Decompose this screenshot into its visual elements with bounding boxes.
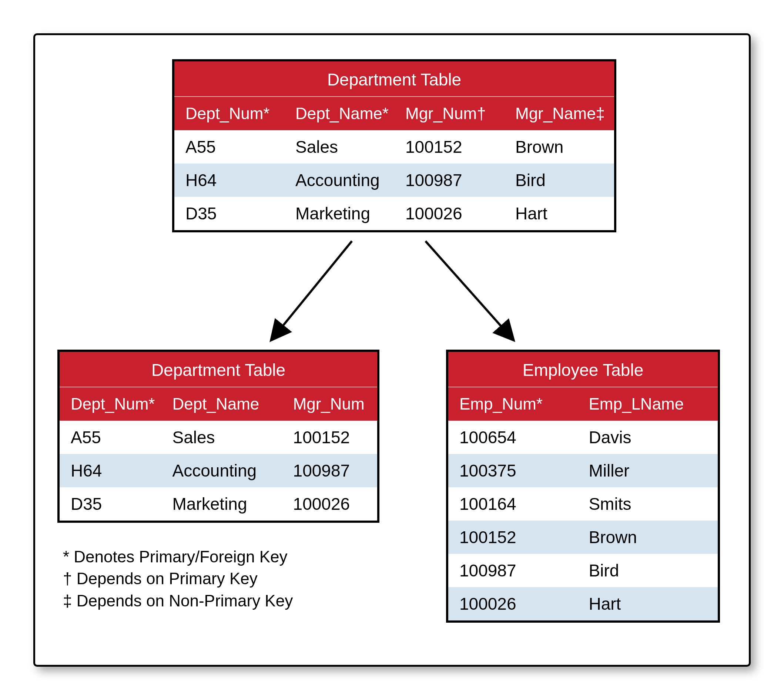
table-title: Employee Table bbox=[448, 352, 718, 387]
cell: Marketing bbox=[161, 487, 282, 520]
cell: 100375 bbox=[448, 454, 577, 487]
legend-line: * Denotes Primary/Foreign Key bbox=[63, 546, 293, 568]
col-header: Dept_Num* bbox=[60, 387, 161, 421]
table-row: 100164 Smits bbox=[448, 487, 718, 520]
svg-line-1 bbox=[425, 241, 514, 340]
col-header: Mgr_Num† bbox=[394, 97, 504, 130]
cell: 100987 bbox=[282, 454, 377, 487]
cell: 100654 bbox=[448, 421, 577, 454]
table-row: 100375 Miller bbox=[448, 454, 718, 487]
cell: 100987 bbox=[394, 163, 504, 197]
cell: Sales bbox=[284, 130, 394, 163]
table-row: 100987 Bird bbox=[448, 554, 718, 587]
legend: * Denotes Primary/Foreign Key † Depends … bbox=[63, 546, 293, 612]
cell: 100164 bbox=[448, 487, 577, 520]
cell: Bird bbox=[504, 163, 614, 197]
cell: Smits bbox=[577, 487, 718, 520]
col-header: Dept_Num* bbox=[174, 97, 284, 130]
col-header: Mgr_Num bbox=[282, 387, 377, 421]
cell: D35 bbox=[60, 487, 161, 520]
table-row: A55 Sales 100152 Brown bbox=[174, 130, 614, 163]
table-row: D35 Marketing 100026 Hart bbox=[174, 197, 614, 230]
col-header: Dept_Name* bbox=[284, 97, 394, 130]
table-row: A55 Sales 100152 bbox=[60, 421, 377, 454]
cell: Accounting bbox=[284, 163, 394, 197]
table-headers: Emp_Num* Emp_LName bbox=[448, 387, 718, 421]
cell: D35 bbox=[174, 197, 284, 230]
table-row: H64 Accounting 100987 Bird bbox=[174, 163, 614, 197]
cell: Sales bbox=[161, 421, 282, 454]
cell: Accounting bbox=[161, 454, 282, 487]
table-headers: Dept_Num* Dept_Name* Mgr_Num† Mgr_Name‡ bbox=[174, 97, 614, 130]
table-row: H64 Accounting 100987 bbox=[60, 454, 377, 487]
cell: A55 bbox=[60, 421, 161, 454]
table-row: 100152 Brown bbox=[448, 520, 718, 554]
table-row: D35 Marketing 100026 bbox=[60, 487, 377, 520]
table-headers: Dept_Num* Dept_Name Mgr_Num bbox=[60, 387, 377, 421]
cell: Hart bbox=[504, 197, 614, 230]
employee-table: Employee Table Emp_Num* Emp_LName 100654… bbox=[446, 350, 720, 623]
cell: Brown bbox=[577, 520, 718, 554]
cell: 100026 bbox=[394, 197, 504, 230]
cell: H64 bbox=[60, 454, 161, 487]
cell: 100987 bbox=[448, 554, 577, 587]
department-table-top: Department Table Dept_Num* Dept_Name* Mg… bbox=[172, 59, 616, 232]
table-row: 100654 Davis bbox=[448, 421, 718, 454]
svg-line-0 bbox=[271, 241, 352, 340]
department-table-bottom: Department Table Dept_Num* Dept_Name Mgr… bbox=[57, 350, 379, 523]
cell: 100152 bbox=[282, 421, 377, 454]
col-header: Dept_Name bbox=[161, 387, 282, 421]
cell: Miller bbox=[577, 454, 718, 487]
cell: 100152 bbox=[448, 520, 577, 554]
legend-line: † Depends on Primary Key bbox=[63, 568, 293, 589]
cell: Hart bbox=[577, 587, 718, 620]
col-header: Mgr_Name‡ bbox=[504, 97, 614, 130]
cell: A55 bbox=[174, 130, 284, 163]
col-header: Emp_Num* bbox=[448, 387, 577, 421]
cell: Davis bbox=[577, 421, 718, 454]
cell: Brown bbox=[504, 130, 614, 163]
cell: H64 bbox=[174, 163, 284, 197]
cell: 100152 bbox=[394, 130, 504, 163]
diagram-panel: Department Table Dept_Num* Dept_Name* Mg… bbox=[33, 33, 751, 667]
table-title: Department Table bbox=[60, 352, 377, 387]
cell: 100026 bbox=[282, 487, 377, 520]
cell: Bird bbox=[577, 554, 718, 587]
col-header: Emp_LName bbox=[577, 387, 718, 421]
table-row: 100026 Hart bbox=[448, 587, 718, 620]
cell: 100026 bbox=[448, 587, 577, 620]
table-title: Department Table bbox=[174, 62, 614, 97]
cell: Marketing bbox=[284, 197, 394, 230]
legend-line: ‡ Depends on Non-Primary Key bbox=[63, 590, 293, 612]
